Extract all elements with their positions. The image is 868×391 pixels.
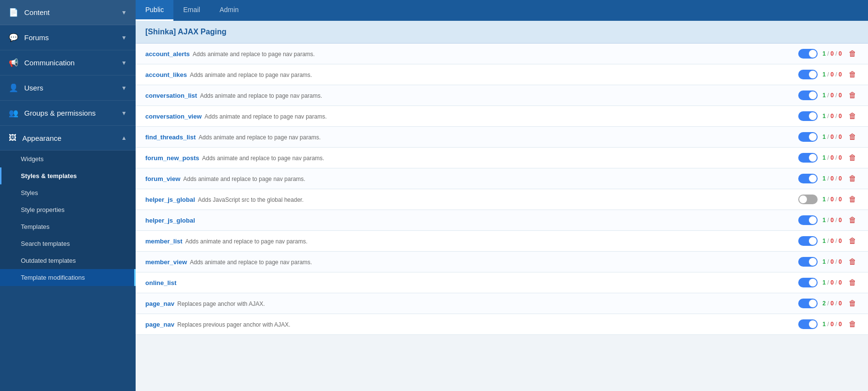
communication-icon: 📢	[9, 58, 18, 67]
sidebar-item-communication[interactable]: 📢 Communication ▼	[0, 50, 136, 75]
chevron-icon: ▼	[121, 9, 127, 16]
template-name[interactable]: page_nav	[145, 321, 174, 328]
template-name[interactable]: account_likes	[145, 71, 187, 78]
toggle-switch[interactable]	[798, 278, 818, 287]
toggle-switch[interactable]	[798, 90, 818, 100]
template-counts: 1 / 0 / 0	[822, 196, 842, 203]
template-controls: 1 / 0 / 0 🗑	[798, 236, 858, 246]
delete-button[interactable]: 🗑	[847, 215, 858, 226]
sidebar-item-label: Groups & permissions	[24, 109, 96, 117]
sidebar-item-users[interactable]: 👤 Users ▼	[0, 75, 136, 101]
sidebar-sub-item-style-properties[interactable]: Style properties	[0, 201, 136, 218]
template-name[interactable]: member_view	[145, 258, 187, 266]
delete-button[interactable]: 🗑	[847, 132, 858, 142]
template-controls: 1 / 0 / 0 🗑	[798, 132, 858, 142]
template-info: page_nav Replaces previous pager anchor …	[145, 321, 798, 328]
template-counts: 1 / 0 / 0	[822, 238, 842, 244]
template-controls: 1 / 0 / 0 🗑	[798, 194, 858, 205]
template-name[interactable]: forum_view	[145, 175, 180, 182]
template-name[interactable]: find_threads_list	[145, 134, 196, 141]
delete-button[interactable]: 🗑	[847, 236, 858, 246]
template-counts: 1 / 0 / 0	[822, 134, 842, 140]
delete-button[interactable]: 🗑	[847, 277, 858, 288]
template-name[interactable]: forum_new_posts	[145, 154, 199, 162]
template-desc: Replaces previous pager anchor with AJAX…	[177, 321, 290, 328]
delete-button[interactable]: 🗑	[847, 152, 858, 163]
template-name[interactable]: conversation_view	[145, 113, 202, 120]
tab-public[interactable]: Public	[136, 0, 173, 21]
template-desc: Adds animate and replace to page nav par…	[190, 72, 312, 78]
toggle-switch[interactable]	[798, 215, 818, 225]
template-info: forum_new_posts Adds animate and replace…	[145, 154, 798, 162]
template-controls: 1 / 0 / 0 🗑	[798, 111, 858, 121]
delete-button[interactable]: 🗑	[847, 256, 858, 267]
template-list: account_alerts Adds animate and replace …	[136, 44, 868, 335]
toggle-switch[interactable]	[798, 236, 818, 246]
toggle-switch[interactable]	[798, 111, 818, 121]
template-info: member_list Adds animate and replace to …	[145, 238, 798, 245]
template-row: forum_view Adds animate and replace to p…	[136, 168, 868, 189]
template-name[interactable]: helper_js_global	[145, 196, 195, 203]
template-controls: 2 / 0 / 0 🗑	[798, 298, 858, 309]
delete-button[interactable]: 🗑	[847, 48, 858, 59]
template-name[interactable]: conversation_list	[145, 92, 197, 99]
template-desc: Adds JavaScript src to the global header…	[198, 196, 304, 203]
toggle-switch[interactable]	[798, 49, 818, 59]
tab-email[interactable]: Email	[173, 0, 210, 21]
template-counts: 1 / 0 / 0	[822, 258, 842, 265]
template-counts: 1 / 0 / 0	[822, 279, 842, 286]
sidebar-sub-item-styles-templates[interactable]: Styles & templates	[0, 167, 136, 184]
tabs-bar: PublicEmailAdmin	[136, 0, 868, 21]
sidebar-item-label: Forums	[24, 33, 49, 42]
users-icon: 👤	[9, 83, 18, 92]
template-info: account_likes Adds animate and replace t…	[145, 71, 798, 78]
toggle-switch[interactable]	[798, 153, 818, 163]
template-name[interactable]: helper_js_global	[145, 217, 195, 224]
delete-button[interactable]: 🗑	[847, 69, 858, 80]
sidebar-sub-item-outdated-templates[interactable]: Outdated templates	[0, 252, 136, 269]
template-row: conversation_view Adds animate and repla…	[136, 106, 868, 127]
toggle-switch[interactable]	[798, 195, 818, 204]
chevron-icon: ▼	[121, 34, 127, 41]
delete-button[interactable]: 🗑	[847, 194, 858, 205]
template-row: forum_new_posts Adds animate and replace…	[136, 148, 868, 168]
sidebar-item-label: Appearance	[22, 134, 62, 142]
toggle-switch[interactable]	[798, 299, 818, 308]
template-info: conversation_view Adds animate and repla…	[145, 113, 798, 120]
toggle-switch[interactable]	[798, 257, 818, 267]
template-row: member_list Adds animate and replace to …	[136, 231, 868, 252]
delete-button[interactable]: 🗑	[847, 319, 858, 330]
toggle-switch[interactable]	[798, 319, 818, 329]
toggle-switch[interactable]	[798, 132, 818, 142]
template-name[interactable]: page_nav	[145, 300, 174, 307]
tab-admin[interactable]: Admin	[210, 0, 248, 21]
delete-button[interactable]: 🗑	[847, 111, 858, 121]
template-row: online_list 1 / 0 / 0 🗑	[136, 272, 868, 293]
template-info: member_view Adds animate and replace to …	[145, 258, 798, 266]
sidebar-sub-item-template-modifications[interactable]: Template modifications	[0, 269, 136, 286]
template-row: find_threads_list Adds animate and repla…	[136, 127, 868, 148]
sidebar-item-content[interactable]: 📄 Content ▼	[0, 0, 136, 25]
sidebar-sub-item-search-templates[interactable]: Search templates	[0, 235, 136, 252]
toggle-switch[interactable]	[798, 70, 818, 79]
sidebar-item-forums[interactable]: 💬 Forums ▼	[0, 25, 136, 50]
sidebar-sub-item-widgets[interactable]: Widgets	[0, 150, 136, 167]
toggle-switch[interactable]	[798, 174, 818, 183]
sidebar-item-label: Communication	[24, 59, 75, 67]
template-info: forum_view Adds animate and replace to p…	[145, 175, 798, 182]
template-info: helper_js_global	[145, 217, 798, 224]
delete-button[interactable]: 🗑	[847, 298, 858, 309]
sidebar-sub-item-templates[interactable]: Templates	[0, 218, 136, 235]
template-desc: Adds animate and replace to page nav par…	[200, 92, 322, 99]
delete-button[interactable]: 🗑	[847, 90, 858, 101]
template-name[interactable]: online_list	[145, 279, 176, 286]
template-info: account_alerts Adds animate and replace …	[145, 50, 798, 58]
template-name[interactable]: member_list	[145, 238, 183, 245]
delete-button[interactable]: 🗑	[847, 173, 858, 184]
sidebar-sub-item-styles[interactable]: Styles	[0, 184, 136, 201]
sidebar-item-label: Users	[24, 84, 43, 92]
sidebar-item-groups[interactable]: 👥 Groups & permissions ▼	[0, 101, 136, 126]
sidebar-item-appearance[interactable]: 🖼 Appearance ▲	[0, 126, 136, 150]
template-counts: 2 / 0 / 0	[822, 300, 842, 307]
template-name[interactable]: account_alerts	[145, 50, 190, 58]
